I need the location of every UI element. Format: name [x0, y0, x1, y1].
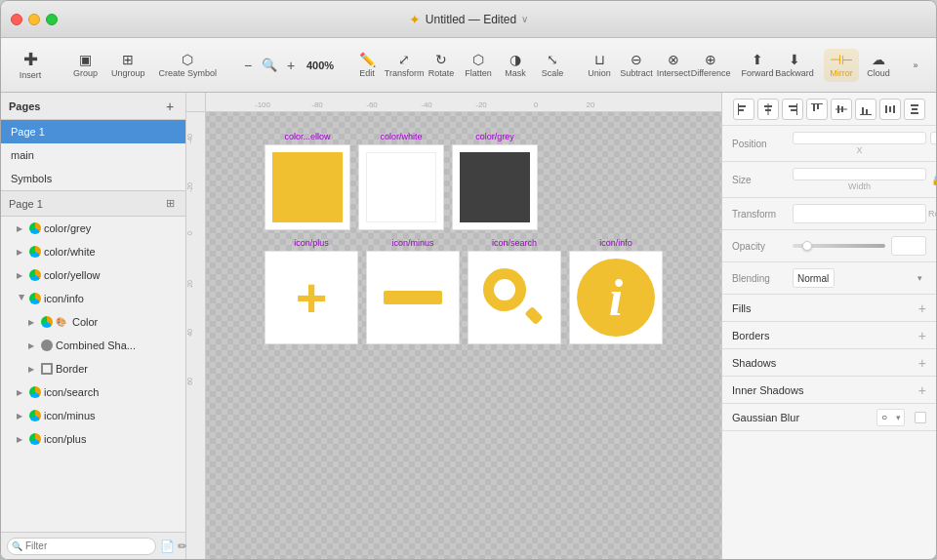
opacity-label: Opacity [732, 241, 787, 252]
layer-item-color-white[interactable]: ▶ color/white [1, 240, 185, 263]
rotate-wrap: Rotate [793, 204, 936, 223]
backward-button[interactable]: ⬇ Backward [777, 49, 812, 82]
page-item-page1[interactable]: Page 1 [1, 120, 185, 143]
canvas-item-icon-info[interactable]: icon/info i [569, 238, 663, 344]
art-label: color/grey [475, 132, 514, 141]
canvas-row-1: color...ellow color/white [265, 132, 663, 230]
ungroup-label: Ungroup [111, 68, 145, 78]
rotate-button[interactable]: ↻ Rotate [424, 49, 459, 82]
y-label: Y [930, 145, 936, 155]
add-page-button[interactable]: + [162, 99, 178, 114]
backward-icon: ⬇ [789, 53, 800, 66]
page-item-symbols[interactable]: Symbols [1, 167, 185, 190]
toolbar-group-ops: ▣ Group ⊞ Ungroup ⬡ Create Symbol [63, 49, 226, 82]
layer-item-border[interactable]: ▶ Border 👁 [1, 357, 185, 380]
ungroup-button[interactable]: ⊞ Ungroup [105, 49, 151, 82]
layer-item-icon-minus[interactable]: ▶ icon/minus [1, 404, 185, 427]
rotate-input[interactable] [793, 204, 926, 223]
layer-item-color-yellow[interactable]: ▶ color/yellow [1, 263, 185, 287]
difference-button[interactable]: ⊕ Difference [693, 49, 728, 82]
intersect-button[interactable]: ⊗ Intersect [656, 49, 691, 82]
group-button[interactable]: ▣ Group [67, 49, 103, 82]
window-title: Untitled — Edited [426, 13, 516, 26]
zoom-in-button[interactable]: + [281, 56, 301, 75]
layer-item-icon-info[interactable]: ▶ icon/info [1, 287, 185, 310]
align-right-button[interactable] [782, 99, 803, 120]
align-center-v-button[interactable] [831, 99, 852, 120]
shadows-row[interactable]: Shadows + [722, 349, 936, 377]
cloud-button[interactable]: ☁ Cloud [861, 49, 896, 82]
art-label: icon/search [492, 238, 537, 248]
inner-shadows-row[interactable]: Inner Shadows + [722, 377, 936, 404]
filter-input[interactable] [7, 538, 156, 555]
more-button[interactable]: » [898, 57, 933, 74]
search-handle [524, 306, 543, 325]
mirror-button[interactable]: ⊣⊢ Mirror [824, 49, 859, 82]
layer-name: icon/plus [44, 433, 180, 445]
add-inner-shadow-button[interactable]: + [918, 382, 926, 398]
canvas-item-color-grey[interactable]: color/grey [452, 132, 538, 230]
canvas-area[interactable]: -100 -80 -60 -40 -20 0 20 -40 -20 [186, 93, 721, 559]
search-circle [483, 268, 526, 311]
forward-button[interactable]: ⬆ Forward [740, 49, 775, 82]
blending-select[interactable]: Normal [793, 268, 835, 288]
layer-item-color[interactable]: ▶ 🎨 Color [1, 310, 185, 334]
edit-button[interactable]: ✏️ Edit [349, 49, 385, 82]
distribute-h-button[interactable] [879, 99, 901, 120]
borders-row[interactable]: Borders + [722, 322, 936, 349]
width-input[interactable] [793, 168, 926, 180]
align-bottom-button[interactable] [855, 99, 876, 120]
dark-rect [460, 152, 530, 222]
scale-button[interactable]: ⤡ Scale [535, 49, 570, 82]
add-border-button[interactable]: + [918, 328, 926, 343]
union-label: Union [588, 68, 611, 78]
align-top-button[interactable] [806, 99, 828, 120]
canvas-scroll[interactable]: color...ellow color/white [206, 112, 721, 559]
zoom-out-button[interactable]: − [238, 56, 258, 75]
layer-item-icon-plus[interactable]: ▶ icon/plus [1, 427, 185, 451]
edit-icon: ✏️ [359, 53, 376, 66]
align-left-button[interactable] [733, 99, 754, 120]
layer-item-combined[interactable]: ▶ Combined Sha... [1, 334, 185, 357]
lock-proportions-button[interactable]: 🔒 [929, 172, 936, 187]
doc-icon[interactable]: 📄 [160, 540, 175, 553]
subtract-button[interactable]: ⊖ Subtract [619, 49, 654, 82]
opacity-slider[interactable] [793, 244, 885, 248]
distribute-v-button[interactable] [904, 99, 925, 120]
canvas-item-color-white[interactable]: color/white [358, 132, 444, 230]
zoom-value[interactable]: 400% [303, 60, 338, 71]
gaussian-select[interactable]: ○ [876, 409, 905, 426]
layer-item-color-grey[interactable]: ▶ color/grey [1, 217, 185, 240]
create-symbol-button[interactable]: ⬡ Create Symbol [153, 49, 224, 82]
canvas-item-icon-minus[interactable]: icon/minus [366, 238, 460, 344]
y-input[interactable] [930, 132, 936, 144]
minimize-button[interactable] [28, 14, 40, 25]
align-center-h-button[interactable] [757, 99, 779, 120]
union-button[interactable]: ⊔ Union [582, 49, 617, 82]
title-dropdown-arrow[interactable]: ∨ [521, 14, 528, 24]
close-button[interactable] [11, 14, 22, 25]
layer-item-icon-search[interactable]: ▶ icon/search [1, 380, 185, 404]
x-input[interactable] [793, 132, 926, 144]
mask-button[interactable]: ◑ Mask [498, 49, 533, 82]
layer-action-btn-1[interactable]: ⊞ [162, 196, 178, 212]
gaussian-blur-row[interactable]: Gaussian Blur ○ [722, 404, 936, 431]
opacity-thumb[interactable] [802, 241, 812, 251]
page-item-main[interactable]: main [1, 143, 185, 167]
canvas-item-color-yellow[interactable]: color...ellow [265, 132, 350, 230]
transform-button[interactable]: ⤢ Transform [387, 49, 422, 82]
canvas-item-icon-plus[interactable]: icon/plus + [265, 238, 358, 344]
add-fill-button[interactable]: + [918, 300, 926, 316]
insert-button[interactable]: ✚ Insert [13, 47, 48, 84]
align-row [722, 93, 936, 126]
main-area: Pages + Page 1 main Symbols Page 1 ⊞ [1, 93, 936, 559]
opacity-input[interactable] [891, 236, 926, 256]
maximize-button[interactable] [46, 14, 58, 25]
add-shadow-button[interactable]: + [918, 355, 926, 371]
canvas-item-icon-search[interactable]: icon/search [468, 238, 561, 344]
layer-arrow: ▶ [17, 271, 26, 280]
flatten-button[interactable]: ⬡ Flatten [461, 49, 496, 82]
svg-rect-2 [738, 103, 739, 115]
fills-row[interactable]: Fills + [722, 295, 936, 322]
layer-name: icon/minus [44, 410, 180, 421]
